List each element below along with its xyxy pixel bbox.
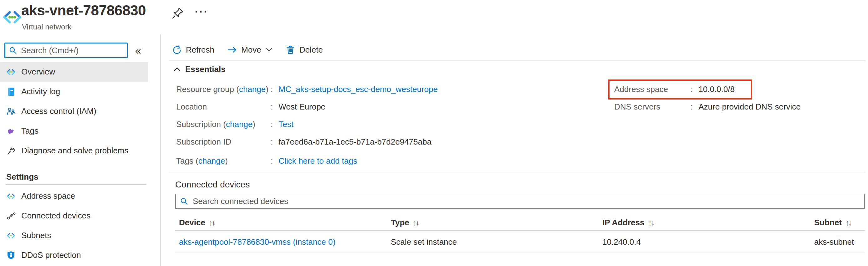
sidebar-item-connected-devices[interactable]: Connected devices [0, 206, 148, 226]
sidebar-item-label: Subnets [21, 231, 51, 240]
sidebar: « Overview Activi [0, 34, 161, 266]
delete-button[interactable]: Delete [286, 45, 323, 55]
subscription-id-value: fa7eed6a-b71a-1ec5-b71a-b7d2e9475aba [278, 137, 432, 147]
sidebar-item-label: DDoS protection [21, 250, 81, 260]
sidebar-item-label: Diagnose and solve problems [21, 146, 129, 155]
chevron-down-icon [266, 47, 273, 52]
connected-devices-heading: Connected devices [175, 180, 250, 190]
table-header-row: Device↑↓ Type↑↓ IP Address↑↓ Subnet↑↓ [175, 215, 865, 231]
subnet-icon [6, 231, 16, 240]
plug-icon [6, 211, 16, 220]
column-header-subnet[interactable]: Subnet↑↓ [814, 218, 851, 228]
sidebar-item-label: Connected devices [21, 211, 90, 220]
refresh-button[interactable]: Refresh [172, 45, 214, 55]
resource-group-link[interactable]: MC_aks-setup-docs_esc-demo_westeurope [278, 85, 438, 94]
sidebar-item-label: Tags [21, 126, 38, 136]
location-value: West Europe [278, 102, 326, 112]
search-icon [8, 46, 17, 55]
essentials-toggle[interactable]: Essentials [169, 64, 226, 74]
search-icon [180, 197, 188, 206]
shield-icon [6, 251, 16, 260]
sidebar-item-subnets[interactable]: Subnets [0, 226, 148, 245]
sidebar-search-input[interactable] [21, 46, 126, 55]
people-icon [6, 107, 16, 116]
tag-icon [6, 126, 16, 136]
address-space-value: 10.0.0.0/8 [699, 85, 735, 94]
sidebar-item-label: Access control (IAM) [21, 107, 96, 116]
device-ip-cell: 10.240.0.4 [602, 231, 641, 253]
toolbar-divider [169, 60, 866, 61]
page-subtitle: Virtual network [22, 23, 71, 31]
sort-icon: ↑↓ [648, 218, 654, 227]
sidebar-item-overview[interactable]: Overview [0, 62, 148, 82]
activity-log-icon [6, 87, 16, 96]
sidebar-section-settings: Settings [0, 170, 161, 184]
device-subnet-cell: aks-subnet [814, 231, 854, 253]
change-tags-link[interactable]: change [198, 156, 225, 166]
change-resource-group-link[interactable]: change [239, 85, 266, 94]
sidebar-item-label: Overview [21, 67, 55, 77]
sidebar-nav: Overview Activity log Acces [0, 62, 161, 265]
move-button[interactable]: Move [227, 45, 273, 55]
command-bar: Refresh Move Delete [172, 42, 336, 57]
connected-devices-table: Device↑↓ Type↑↓ IP Address↑↓ Subnet↑↓ ak… [175, 215, 865, 253]
refresh-icon [172, 45, 182, 55]
sidebar-item-label: Address space [21, 191, 75, 201]
essentials-divider [169, 172, 866, 172]
table-row: aks-agentpool-78786830-vmss (instance 0)… [175, 231, 865, 253]
arrow-right-icon [227, 46, 237, 54]
sidebar-search-box[interactable] [4, 42, 128, 58]
sidebar-item-tags[interactable]: Tags [0, 121, 148, 141]
essentials-row-dns-servers: DNS servers : Azure provided DNS service [614, 102, 801, 113]
essentials-row-location: Location : West Europe [176, 102, 326, 113]
sidebar-item-label: Activity log [21, 87, 60, 96]
address-space-icon [6, 191, 16, 201]
column-header-type[interactable]: Type↑↓ [391, 218, 418, 228]
sidebar-item-ddos-protection[interactable]: DDoS protection [0, 245, 148, 265]
device-type-cell: Scale set instance [391, 231, 457, 253]
more-icon[interactable]: ⋯ [194, 3, 208, 19]
connected-devices-search-box[interactable] [175, 194, 865, 209]
device-link[interactable]: aks-agentpool-78786830-vmss (instance 0) [179, 237, 335, 247]
collapse-sidebar-icon[interactable]: « [135, 45, 141, 57]
sort-icon: ↑↓ [413, 218, 418, 227]
column-header-device[interactable]: Device↑↓ [179, 218, 215, 228]
sidebar-divider [6, 184, 147, 185]
wrench-icon [6, 146, 16, 155]
essentials-row-subscription-id: Subscription ID : fa7eed6a-b71a-1ec5-b71… [176, 137, 432, 148]
page-title: aks-vnet-78786830 [21, 2, 146, 19]
sidebar-item-access-control[interactable]: Access control (IAM) [0, 101, 148, 121]
sort-icon: ↑↓ [209, 218, 215, 227]
add-tags-link[interactable]: Click here to add tags [278, 156, 357, 166]
sidebar-item-activity-log[interactable]: Activity log [0, 82, 148, 101]
column-header-ip-address[interactable]: IP Address↑↓ [602, 218, 654, 228]
subscription-link[interactable]: Test [278, 120, 293, 129]
sidebar-item-diagnose[interactable]: Diagnose and solve problems [0, 141, 148, 160]
essentials-row-tags: Tags (change) : Click here to add tags [176, 156, 357, 168]
sidebar-item-address-space[interactable]: Address space [0, 186, 148, 206]
chevron-up-icon [173, 67, 181, 72]
essentials-row-resource-group: Resource group (change) : MC_aks-setup-d… [176, 85, 438, 96]
pin-icon[interactable] [172, 7, 184, 21]
trash-icon [286, 45, 295, 55]
essentials-title: Essentials [185, 64, 226, 74]
sort-icon: ↑↓ [845, 218, 851, 227]
virtual-network-icon [6, 67, 16, 77]
connected-devices-search-input[interactable] [193, 197, 861, 206]
essentials-row-address-space: Address space : 10.0.0.0/8 [614, 85, 735, 96]
essentials-row-subscription: Subscription (change) : Test [176, 120, 293, 131]
dns-servers-value: Azure provided DNS service [699, 102, 801, 112]
virtual-network-icon [2, 10, 22, 26]
change-subscription-link[interactable]: change [226, 120, 252, 129]
